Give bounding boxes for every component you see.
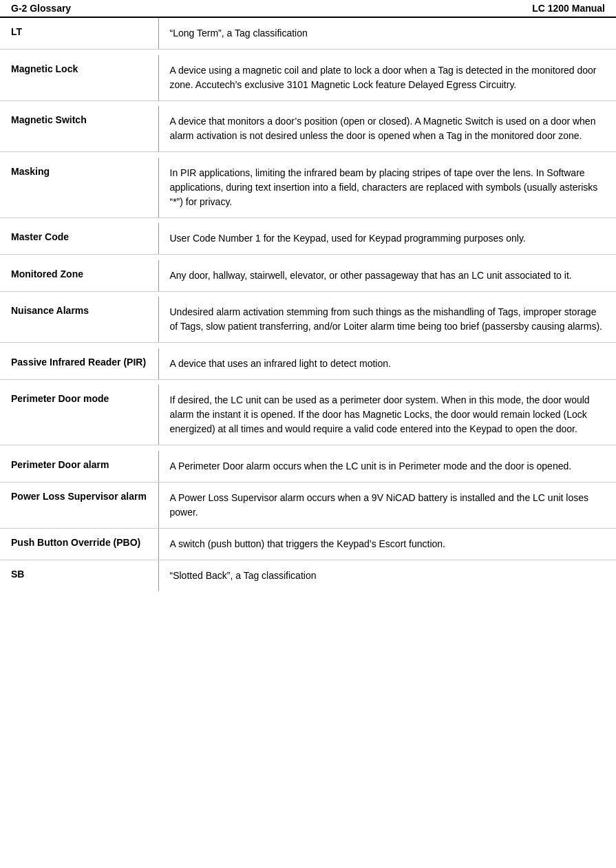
definition-cell: A Power Loss Supervisor alarm occurs whe…: [158, 482, 616, 528]
table-row: Passive Infrared Reader (PIR)A device th…: [0, 348, 616, 380]
table-row: Perimeter Door alarmA Perimeter Door ala…: [0, 451, 616, 483]
term-cell: Nuisance Alarms: [0, 297, 158, 343]
table-row: Nuisance AlarmsUndesired alarm activatio…: [0, 297, 616, 343]
definition-cell: A device using a magnetic coil and plate…: [158, 55, 616, 101]
row-spacer: [0, 100, 616, 106]
definition-cell: A device that monitors a door’s position…: [158, 106, 616, 152]
table-row: Magnetic LockA device using a magnetic c…: [0, 55, 616, 101]
page-header: G-2 Glossary LC 1200 Manual: [0, 0, 616, 18]
row-spacer: [0, 218, 616, 223]
table-row: Master CodeUser Code Number 1 for the Ke…: [0, 223, 616, 255]
definition-cell: User Code Number 1 for the Keypad, used …: [158, 223, 616, 255]
definition-cell: “Long Term”, a Tag classification: [158, 18, 616, 50]
content-area: LT“Long Term”, a Tag classificationMagne…: [0, 18, 616, 591]
definition-cell: A switch (push button) that triggers the…: [158, 528, 616, 560]
table-row: Power Loss Supervisor alarmA Power Loss …: [0, 482, 616, 528]
term-cell: SB: [0, 560, 158, 591]
table-row: LT“Long Term”, a Tag classification: [0, 18, 616, 50]
row-spacer: [0, 291, 616, 297]
table-row: Magnetic SwitchA device that monitors a …: [0, 106, 616, 152]
term-cell: Monitored Zone: [0, 260, 158, 292]
term-cell: Master Code: [0, 223, 158, 255]
row-spacer: [0, 255, 616, 260]
row-spacer: [0, 152, 616, 158]
term-cell: Perimeter Door alarm: [0, 451, 158, 483]
row-spacer: [0, 379, 616, 385]
term-cell: Masking: [0, 158, 158, 218]
header-right-title: LC 1200 Manual: [532, 3, 605, 14]
definition-cell: In PIR applications, limiting the infrar…: [158, 158, 616, 218]
term-cell: Push Button Override (PBO): [0, 528, 158, 560]
term-cell: LT: [0, 18, 158, 50]
definition-cell: A Perimeter Door alarm occurs when the L…: [158, 451, 616, 483]
term-cell: Power Loss Supervisor alarm: [0, 482, 158, 528]
definition-cell: A device that uses an infrared light to …: [158, 348, 616, 380]
definition-cell: If desired, the LC unit can be used as a…: [158, 385, 616, 445]
table-row: MaskingIn PIR applications, limiting the…: [0, 158, 616, 218]
term-cell: Passive Infrared Reader (PIR): [0, 348, 158, 380]
term-cell: Magnetic Switch: [0, 106, 158, 152]
term-cell: Magnetic Lock: [0, 55, 158, 101]
header-left-title: G-2 Glossary: [11, 3, 71, 14]
definition-cell: Any door, hallway, stairwell, elevator, …: [158, 260, 616, 292]
term-cell: Perimeter Door mode: [0, 385, 158, 445]
definition-cell: “Slotted Back”, a Tag classification: [158, 560, 616, 591]
row-spacer: [0, 343, 616, 348]
table-row: Push Button Override (PBO)A switch (push…: [0, 528, 616, 560]
definition-cell: Undesired alarm activation stemming from…: [158, 297, 616, 343]
table-row: Perimeter Door modeIf desired, the LC un…: [0, 385, 616, 445]
table-row: Monitored ZoneAny door, hallway, stairwe…: [0, 260, 616, 292]
table-row: SB“Slotted Back”, a Tag classification: [0, 560, 616, 591]
glossary-table: LT“Long Term”, a Tag classificationMagne…: [0, 18, 616, 591]
row-spacer: [0, 445, 616, 451]
row-spacer: [0, 50, 616, 55]
